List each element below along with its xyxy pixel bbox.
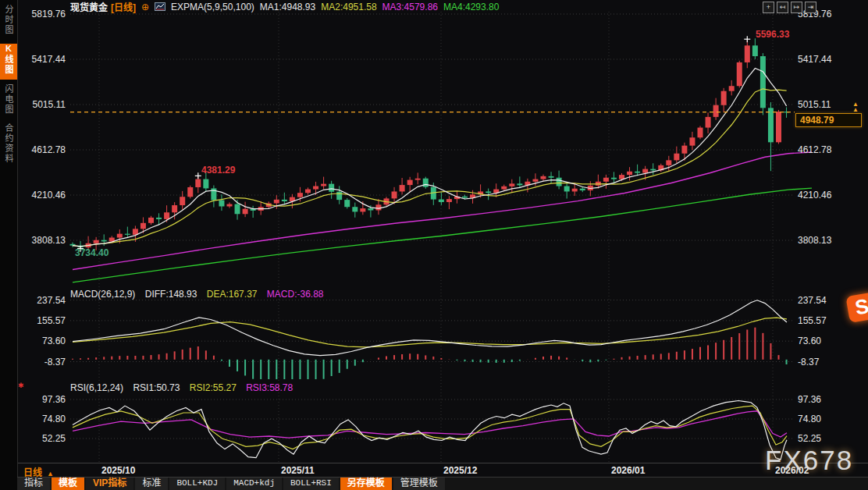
toolbar-standard-button[interactable]: 标准: [135, 478, 168, 490]
macd-axis-label: -8.37: [798, 357, 819, 368]
price-axis-label: 4612.78: [798, 144, 831, 155]
expand-panel-icon[interactable]: ⇥: [805, 2, 816, 13]
ma1-value: MA1:4948.93: [260, 2, 315, 12]
macd-axis-label: 155.57: [798, 315, 827, 326]
indicator-label: EXPMA(5,9,50,100): [171, 2, 254, 12]
alert-marker-icon: ✱: [18, 382, 24, 389]
date-label: 2025/11: [281, 465, 315, 476]
previous-view-icon[interactable]: ↤: [777, 2, 788, 13]
next-view-icon[interactable]: ↦: [791, 2, 802, 13]
price-axis-label: 5015.11: [798, 99, 831, 110]
price-axis-label: 4612.78: [20, 144, 66, 155]
indicator-toolbar: 指标 模板 VIP指标 标准 BOLL+KDJ MACD+kdj BOLL+RS…: [17, 477, 868, 490]
price-axis-label: 5015.11: [20, 99, 66, 110]
peak-price-annotation: 5596.33: [756, 29, 789, 40]
last-price-tag: 4948.79: [795, 113, 862, 127]
toolbar-manage-template-button[interactable]: 管理模板: [393, 478, 445, 490]
toolbar-macd-kdj-button[interactable]: MACD+kdj: [226, 478, 282, 490]
sidebar-item-label: K线图: [2, 44, 15, 75]
toolbar-vip-indicators-button[interactable]: VIP指标: [86, 478, 133, 490]
toolbar-boll-kdj-button[interactable]: BOLL+KDJ: [169, 478, 225, 490]
rsi-title: RSI(6,12,24): [70, 382, 123, 393]
toolbar-indicators-button[interactable]: 指标: [17, 478, 50, 490]
chart-type-sidebar: 分时图 K线图 闪电图 合约资料: [0, 0, 18, 490]
price-up-arrows-icon: ▲▲: [852, 101, 859, 112]
october-peak-annotation: 4381.29: [201, 165, 235, 176]
rsi-axis-label: 52.25: [798, 433, 821, 444]
symbol-name: 现货黄金: [70, 0, 108, 13]
sidebar-item-label: 分时图: [2, 5, 15, 35]
sidebar-item-label: 合约资料: [2, 123, 15, 164]
price-axis-label: 4210.46: [798, 190, 831, 201]
date-label: 2025/12: [443, 465, 477, 476]
price-axis-label: 3808.13: [20, 235, 66, 246]
ma3-value: MA3:4579.86: [382, 2, 438, 12]
timeline-separator: [17, 463, 868, 463]
rsi-axis-label: 52.25: [20, 433, 66, 444]
sidebar-item-label: 闪电图: [2, 84, 15, 115]
macd-panel-header: MACD(26,12,9) DIFF:148.93 DEA:167.37 MAC…: [70, 289, 331, 300]
trading-app-window: 分时图 K线图 闪电图 合约资料 现货黄金 [日线] ⊕ EXPMA(5,9,5…: [0, 0, 868, 490]
macd-axis-label: -8.37: [20, 357, 66, 368]
macd-dea-value: DEA:167.37: [207, 289, 258, 300]
fx678-watermark: FX678: [765, 445, 853, 476]
macd-diff-value: DIFF:148.93: [145, 289, 197, 300]
price-axis-label: 5417.44: [20, 54, 66, 65]
macd-axis-label: 73.60: [20, 336, 66, 346]
price-axis-label: 5417.44: [798, 54, 831, 65]
pan-icon[interactable]: +: [763, 2, 774, 13]
chart-style-icon[interactable]: [155, 2, 165, 12]
chart-header: 现货黄金 [日线] ⊕ EXPMA(5,9,50,100) MA1:4948.9…: [70, 1, 499, 12]
toolbar-templates-button[interactable]: 模板: [52, 478, 84, 490]
macd-axis-label: 155.57: [20, 315, 66, 326]
macd-axis-label: 237.54: [798, 295, 827, 306]
rsi-axis-label: 74.80: [798, 414, 821, 424]
macd-hist-value: MACD:-36.88: [267, 289, 324, 300]
macd-axis-label: 237.54: [20, 295, 66, 306]
rsi1-value: RSI1:50.73: [133, 382, 180, 393]
ma4-value: MA4:4293.80: [443, 2, 499, 12]
start-low-annotation: 3734.40: [75, 247, 108, 258]
sidebar-item-lightning-chart[interactable]: 闪电图: [0, 84, 17, 119]
toolbar-save-template-button[interactable]: 另存模板: [340, 478, 392, 490]
macd-title: MACD(26,12,9): [70, 289, 135, 300]
price-axis-label: 3808.13: [798, 235, 831, 246]
sidebar-item-contract-info[interactable]: 合约资料: [0, 123, 17, 170]
price-axis-label: 5819.76: [20, 9, 66, 20]
rsi-panel-header: RSI(6,12,24) RSI1:50.73 RSI2:55.27 RSI3:…: [70, 382, 300, 393]
circle-plus-icon[interactable]: ⊕: [141, 2, 149, 12]
rsi-axis-label: 97.36: [798, 394, 821, 405]
window-controls: + ↤ ↦ ⇥: [763, 2, 816, 13]
ma2-value: MA2:4951.58: [321, 2, 376, 12]
price-axis-label: 4210.46: [20, 190, 66, 201]
rsi3-value: RSI3:58.78: [246, 382, 293, 393]
chart-canvas: [0, 0, 868, 490]
sidebar-item-kline-chart[interactable]: K线图: [0, 44, 17, 80]
s-logo-badge: S: [845, 292, 868, 323]
toolbar-boll-rsi-button[interactable]: BOLL+RSI: [283, 478, 339, 490]
date-label: 2025/10: [101, 465, 135, 476]
rsi-axis-label: 74.80: [20, 414, 66, 424]
sidebar-item-time-chart[interactable]: 分时图: [0, 5, 17, 39]
rsi-axis-label: 97.36: [20, 394, 66, 405]
macd-axis-label: 73.60: [798, 336, 821, 346]
date-label: 2026/01: [611, 465, 645, 476]
rsi2-value: RSI2:55.27: [190, 382, 237, 393]
period-label[interactable]: [日线]: [111, 0, 136, 13]
